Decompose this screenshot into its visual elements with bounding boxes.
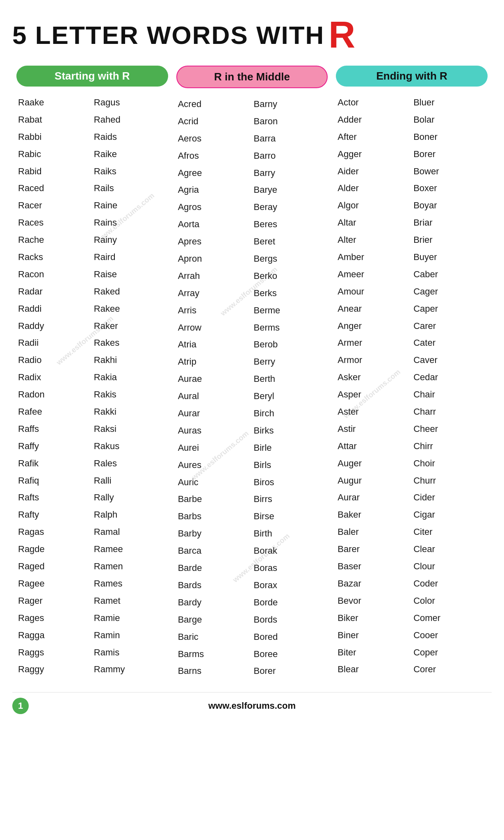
word-item: Rammy (92, 661, 168, 678)
word-item: Boree (252, 646, 328, 663)
word-item: Blear (336, 661, 412, 678)
word-item: Raise (92, 266, 168, 283)
footer-url: www.eslforums.com (208, 701, 296, 711)
word-grid-ending: ActorBluerAdderBolarAfterBonerAggerBorer… (336, 94, 488, 678)
word-item: Berko (252, 267, 328, 285)
word-item: Raksi (92, 420, 168, 438)
word-item: Raddi (16, 300, 92, 317)
word-item: Baler (336, 523, 412, 541)
word-item: Borer (252, 662, 328, 680)
word-item: Rains (92, 214, 168, 231)
word-item: Actor (336, 94, 412, 111)
word-item: Ragga (16, 627, 92, 644)
word-item: Rafts (16, 489, 92, 506)
word-item: Agros (176, 199, 252, 216)
word-item: Ramee (92, 541, 168, 558)
word-item: Brier (412, 231, 488, 249)
word-item: Armor (336, 352, 412, 369)
word-item: Ragus (92, 94, 168, 111)
word-item: Barbe (176, 491, 252, 508)
word-item: Birls (252, 457, 328, 474)
word-item: Raked (92, 283, 168, 300)
word-item: Amber (336, 249, 412, 266)
word-item: Bevor (336, 592, 412, 609)
word-item: Rahed (92, 111, 168, 128)
word-item: Atrip (176, 353, 252, 370)
word-item: Briar (412, 214, 488, 231)
word-item: Bower (412, 163, 488, 180)
word-item: Auger (336, 455, 412, 472)
word-item: Raids (92, 128, 168, 146)
word-item: Barca (176, 542, 252, 559)
word-item: Auras (176, 422, 252, 439)
word-item: Baser (336, 558, 412, 575)
word-item: Apron (176, 250, 252, 267)
word-item: Afros (176, 147, 252, 164)
word-item: Agger (336, 146, 412, 163)
word-item: Rafiq (16, 472, 92, 489)
word-item: Aurei (176, 439, 252, 457)
word-item: Bored (252, 628, 328, 646)
word-item: Rakki (92, 403, 168, 420)
page-header: 5 LETTER WORDS WITH R (12, 16, 492, 53)
word-item: Ramin (92, 627, 168, 644)
word-item: Aural (176, 388, 252, 405)
word-item: Bardy (176, 594, 252, 611)
word-item: Boxer (412, 180, 488, 197)
word-item: Beres (252, 216, 328, 233)
word-grid-starting: RaakeRagusRabatRahedRabbiRaidsRabicRaike… (16, 94, 168, 678)
word-item: Agria (176, 181, 252, 199)
word-item: Birle (252, 439, 328, 457)
word-item: Carer (412, 317, 488, 335)
word-item: Rally (92, 489, 168, 506)
word-item: Alder (336, 180, 412, 197)
word-item: Amour (336, 283, 412, 300)
word-item: Barby (176, 525, 252, 542)
word-item: Ragas (16, 523, 92, 541)
word-item: Bards (176, 577, 252, 594)
word-item: Astir (336, 420, 412, 438)
word-item: Coper (412, 644, 488, 661)
word-item: Asker (336, 369, 412, 386)
word-item: Raggy (16, 661, 92, 678)
word-item: Birth (252, 525, 328, 542)
word-item: Coder (412, 575, 488, 592)
word-item: Cedar (412, 369, 488, 386)
word-item: Rakhi (92, 352, 168, 369)
word-item: Rabat (16, 111, 92, 128)
word-item: Chair (412, 386, 488, 403)
word-item: Rainy (92, 231, 168, 249)
word-item: Racks (16, 249, 92, 266)
word-item: Raine (92, 197, 168, 214)
word-item: Caver (412, 352, 488, 369)
word-item: Anger (336, 317, 412, 335)
word-item: Barge (176, 611, 252, 628)
word-item: Raffs (16, 420, 92, 438)
page-number: 1 (12, 698, 29, 714)
word-item: Raiks (92, 163, 168, 180)
header-letter: R (328, 16, 355, 53)
word-item: Raddy (16, 317, 92, 335)
word-item: Barry (252, 164, 328, 182)
word-item: Cooer (412, 627, 488, 644)
word-item: Alter (336, 231, 412, 249)
word-item: Ragee (16, 575, 92, 592)
column-header-ending: Ending with R (336, 66, 488, 87)
word-item: Rafee (16, 403, 92, 420)
word-item: Rails (92, 180, 168, 197)
word-item: Color (412, 592, 488, 609)
word-item: Bolar (412, 111, 488, 128)
word-item: Arrah (176, 267, 252, 285)
word-item: Choir (412, 455, 488, 472)
word-item: Rafty (16, 506, 92, 523)
word-item: Racon (16, 266, 92, 283)
word-item: Churr (412, 472, 488, 489)
word-item: Beret (252, 233, 328, 250)
main-content: Starting with RRaakeRagusRabatRahedRabbi… (12, 66, 492, 680)
word-item: Berob (252, 336, 328, 353)
word-item: Charr (412, 403, 488, 420)
word-item: Birks (252, 422, 328, 439)
word-item: Raird (92, 249, 168, 266)
word-item: Corer (412, 661, 488, 678)
word-item: Barde (176, 559, 252, 577)
